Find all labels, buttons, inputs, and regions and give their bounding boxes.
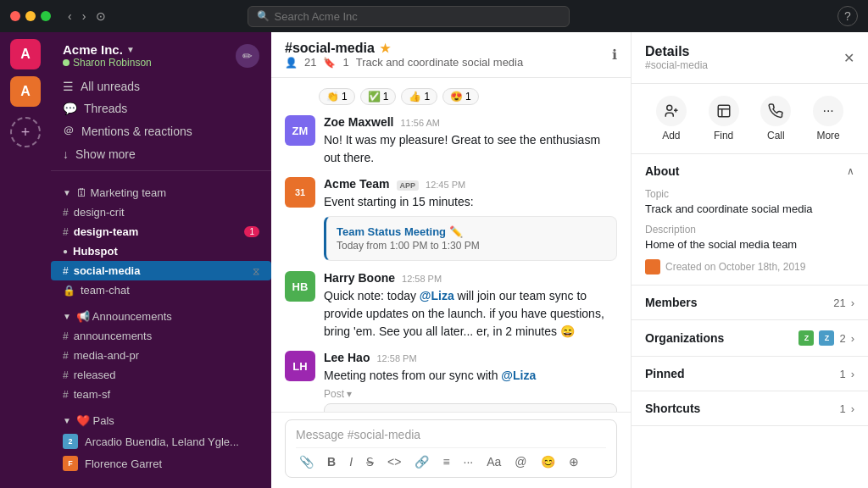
channel-design-team[interactable]: # design-team 1 — [51, 222, 271, 241]
pinned-row[interactable]: Pinned 1 › — [632, 357, 868, 391]
members-row[interactable]: Members 21 › — [632, 286, 868, 320]
code-button[interactable]: <> — [384, 453, 404, 470]
msg-text-lee: Meeting notes from our sync with @Liza — [324, 367, 617, 385]
workspace-header: Acme Inc. ▼ Sharon Robinson ✏ — [51, 32, 271, 75]
details-action-find[interactable]: Find — [709, 96, 739, 141]
add-person-icon — [656, 96, 687, 126]
hash-icon: # — [63, 350, 69, 362]
details-action-call[interactable]: Call — [760, 96, 791, 141]
file-attach-button[interactable]: ⊕ — [565, 453, 582, 470]
post-link[interactable]: Post ▾ — [324, 388, 617, 400]
message-acme-team: 31 Acme Team APP 12:45 PM Event starting… — [285, 177, 617, 261]
more-formatting-button[interactable]: ··· — [460, 453, 477, 470]
channel-team-chat[interactable]: 🔒 team-chat — [51, 280, 271, 300]
channel-announcements[interactable]: # announcements — [51, 326, 271, 346]
reaction-thumbsup[interactable]: 👍1 — [401, 88, 437, 105]
channel-design-crit[interactable]: # design-crit — [51, 202, 271, 222]
emoji-button[interactable]: 😊 — [537, 453, 559, 470]
search-bar[interactable]: 🔍 — [248, 6, 570, 27]
creator-avatar — [645, 259, 660, 274]
channel-released[interactable]: # released — [51, 365, 271, 385]
search-icon: 🔍 — [257, 10, 270, 22]
maximize-window-btn[interactable] — [41, 11, 51, 21]
call-icon — [760, 96, 791, 126]
org-count-right: Z Z 2 › — [798, 330, 854, 346]
unread-badge: 1 — [244, 226, 259, 237]
dm-florence[interactable]: F Florence Garret — [51, 452, 271, 474]
channel-social-media[interactable]: # social-media ⧖ — [51, 261, 271, 280]
add-workspace-button[interactable]: + — [10, 117, 41, 147]
nav-arrows: ‹ › ⊙ — [64, 8, 109, 25]
bookmark-icon: ⧖ — [253, 265, 259, 277]
hash-icon: # — [63, 330, 69, 342]
event-title[interactable]: Team Status Meeting ✏️ — [337, 225, 606, 238]
font-button[interactable]: Aa — [483, 453, 504, 470]
channel-team-sf[interactable]: # team-sf — [51, 385, 271, 404]
sidebar-item-show-more[interactable]: ↓ Show more — [51, 143, 271, 165]
details-action-add[interactable]: Add — [656, 96, 687, 141]
mention-liza[interactable]: @Liza — [420, 289, 454, 302]
organizations-row[interactable]: Organizations Z Z 2 › — [632, 320, 868, 357]
main-layout: A A + Acme Inc. ▼ Sharon Robinson ✏ ☰ Al… — [0, 32, 868, 488]
more-icon: ··· — [813, 96, 843, 126]
channel-hubspot[interactable]: ● Hubspot — [51, 241, 271, 261]
section-pals-header[interactable]: ▼ ❤️ Pals — [51, 411, 271, 430]
dm-arcadio[interactable]: 2 Arcadio Buendia, Leland Ygle... — [51, 430, 271, 452]
message-input[interactable] — [296, 428, 606, 441]
avatar-acme-team: 31 — [285, 177, 315, 208]
info-button[interactable]: ℹ — [612, 47, 617, 63]
chevron-down-icon: ▼ — [126, 45, 135, 54]
details-actions: Add Find Call ··· More — [632, 84, 868, 154]
emoji-reactions-row: 👏1 ✅1 👍1 😍1 — [285, 88, 617, 105]
message-body-harry: Harry Boone 12:58 PM Quick note: today @… — [324, 271, 617, 341]
pinned-count-right: 1 › — [839, 368, 854, 380]
members-count-right: 21 › — [833, 297, 854, 309]
file-card[interactable]: 📄 1/9 Meeting Notes Last edited just now — [324, 403, 617, 412]
avatar-lee: LH — [285, 351, 315, 381]
minimize-window-btn[interactable] — [25, 11, 36, 21]
close-window-btn[interactable] — [10, 11, 20, 21]
section-marketing-header[interactable]: ▼ 🗓 Marketing team — [51, 183, 271, 202]
link-button[interactable]: 🔗 — [411, 453, 432, 470]
italic-button[interactable]: I — [346, 453, 356, 470]
reaction-clap[interactable]: 👏1 — [319, 88, 355, 105]
attach-button[interactable]: 📎 — [296, 453, 317, 470]
workspace-name[interactable]: Acme Inc. ▼ — [63, 42, 152, 57]
mention-button[interactable]: @ — [511, 453, 530, 470]
window-controls — [10, 11, 51, 21]
msg-header-acme: Acme Team APP 12:45 PM — [324, 177, 617, 191]
back-button[interactable]: ‹ — [64, 8, 75, 25]
sidebar-item-mentions[interactable]: ＠ Mentions & reactions — [51, 119, 271, 143]
search-input[interactable] — [275, 10, 560, 23]
shortcuts-count-right: 1 › — [839, 402, 854, 415]
compose-button[interactable]: ✏ — [236, 44, 259, 68]
reaction-heart-eyes[interactable]: 😍1 — [442, 88, 479, 105]
dm-avatar-arcadio: 2 — [63, 434, 78, 449]
sidebar-item-threads[interactable]: 💬 Threads — [51, 97, 271, 119]
history-button[interactable]: ⊙ — [92, 8, 109, 25]
star-icon[interactable]: ★ — [380, 42, 391, 55]
about-section-header[interactable]: About ∧ — [632, 154, 868, 188]
workspace-primary-icon[interactable]: A — [10, 39, 41, 69]
forward-button[interactable]: › — [79, 8, 90, 25]
channel-media-and-pr[interactable]: # media-and-pr — [51, 346, 271, 365]
chevron-right-icon: › — [851, 297, 854, 309]
sidebar-item-all-unreads[interactable]: ☰ All unreads — [51, 75, 271, 97]
bold-button[interactable]: B — [324, 453, 339, 470]
reaction-check[interactable]: ✅1 — [360, 88, 397, 105]
description-value: Home of the social media team — [645, 238, 854, 251]
strikethrough-button[interactable]: S̶ — [363, 453, 377, 470]
chat-subtitle: 👤 21 🔖 1 Track and coordinate social med… — [285, 56, 523, 69]
section-announcements-header[interactable]: ▼ 📢 Announcements — [51, 307, 271, 326]
list-button[interactable]: ≡ — [439, 453, 453, 470]
details-close-button[interactable]: ✕ — [843, 50, 854, 66]
details-action-more[interactable]: ··· More — [813, 96, 843, 141]
chat-messages: 👏1 ✅1 👍1 😍1 ZM Zoe Maxwell 11: — [271, 78, 631, 412]
mention-liza-2[interactable]: @Liza — [501, 369, 536, 382]
workspace-secondary-icon[interactable]: A — [10, 76, 41, 107]
shortcuts-row[interactable]: Shortcuts 1 › — [632, 391, 868, 426]
show-more-icon: ↓ — [63, 147, 69, 161]
collapse-icon: ▼ — [63, 312, 71, 321]
help-button[interactable]: ? — [837, 6, 858, 26]
section-marketing-team: ▼ 🗓 Marketing team # design-crit # desig… — [51, 183, 271, 300]
